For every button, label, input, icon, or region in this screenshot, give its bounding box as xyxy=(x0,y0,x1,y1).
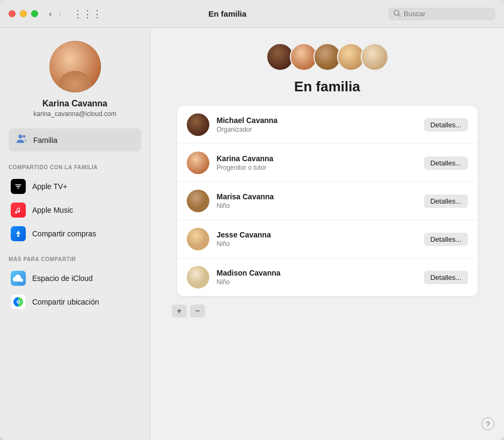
member-row-karina: Karina Cavanna Progenitor o tutor Detall… xyxy=(177,144,478,182)
member-avatar-3 xyxy=(187,190,209,212)
search-bar[interactable] xyxy=(388,8,495,20)
sidebar: Karina Cavanna karina_cavanna@icloud.com… xyxy=(0,28,150,440)
appstore-label: Compartir compras xyxy=(32,229,96,238)
maximize-button[interactable] xyxy=(31,10,38,17)
icloud-icon xyxy=(11,271,26,286)
member-role-5: Niño xyxy=(217,278,424,286)
main-window: ‹ › ⋮⋮⋮ En familia Karina Cavanna karina… xyxy=(0,0,504,440)
member-avatar-2 xyxy=(187,152,209,174)
applemusic-label: Apple Music xyxy=(32,206,73,214)
sidebar-item-appstore[interactable]: Compartir compras xyxy=(9,222,141,246)
member-info-5: Madison Cavanna Niño xyxy=(217,269,424,286)
member-row-marisa: Marisa Cavanna Niño Detalles... xyxy=(177,182,478,220)
user-name: Karina Cavanna xyxy=(42,99,107,109)
applemusic-icon xyxy=(11,203,26,218)
appletv-label: Apple TV+ xyxy=(32,182,68,191)
member-row-madison: Madison Cavanna Niño Detalles... xyxy=(177,258,478,296)
main-panel: En familia Michael Cavanna Organizador D… xyxy=(150,28,504,440)
member-role-1: Organizador xyxy=(217,126,424,133)
sidebar-item-appletv[interactable]: Apple TV+ xyxy=(9,175,141,198)
svg-point-4 xyxy=(17,235,19,237)
member-name-1: Michael Cavanna xyxy=(217,116,424,125)
details-button-4[interactable]: Detalles... xyxy=(424,233,468,246)
member-info-4: Jesse Cavanna Niño xyxy=(217,230,424,248)
more-items: Espacio de iCloud Compartir ubicación xyxy=(9,266,141,314)
member-name-3: Marisa Cavanna xyxy=(217,192,424,201)
family-avatars xyxy=(266,43,389,71)
user-email: karina_cavanna@icloud.com xyxy=(33,110,116,118)
member-role-2: Progenitor o tutor xyxy=(217,164,424,171)
member-role-4: Niño xyxy=(217,240,424,248)
members-list: Michael Cavanna Organizador Detalles... … xyxy=(177,106,478,296)
avatar xyxy=(49,41,101,92)
icloud-label: Espacio de iCloud xyxy=(32,274,93,283)
details-button-3[interactable]: Detalles... xyxy=(424,194,468,208)
traffic-lights xyxy=(9,10,38,17)
help-button[interactable]: ? xyxy=(481,417,494,430)
add-member-button[interactable]: + xyxy=(172,305,187,318)
member-name-5: Madison Cavanna xyxy=(217,269,424,277)
member-row-jesse: Jesse Cavanna Niño Detalles... xyxy=(177,220,478,258)
svg-line-1 xyxy=(398,15,400,17)
section-shared-label: COMPARTIDO CON LA FAMILIA xyxy=(9,164,141,170)
sidebar-item-applemusic[interactable]: Apple Music xyxy=(9,198,141,222)
appstore-icon xyxy=(11,226,26,241)
familia-icon xyxy=(16,133,28,147)
member-avatar-5 xyxy=(187,266,209,288)
member-avatar-4 xyxy=(187,228,209,250)
forward-button[interactable]: › xyxy=(56,8,64,19)
familia-button[interactable]: Familia xyxy=(9,128,141,152)
member-info-2: Karina Cavanna Progenitor o tutor xyxy=(217,154,424,171)
minimize-button[interactable] xyxy=(20,10,27,17)
bottom-controls: + − xyxy=(172,305,472,318)
findmy-label: Compartir ubicación xyxy=(32,298,99,306)
sidebar-item-findmy[interactable]: Compartir ubicación xyxy=(9,290,141,314)
shared-items: Apple TV+ Apple Music xyxy=(9,175,141,246)
search-icon xyxy=(393,10,400,18)
svg-point-3 xyxy=(23,135,26,138)
member-info-3: Marisa Cavanna Niño xyxy=(217,192,424,210)
member-avatar-1 xyxy=(187,113,209,136)
titlebar: ‹ › ⋮⋮⋮ En familia xyxy=(0,0,504,28)
svg-point-7 xyxy=(18,301,19,303)
familia-label: Familia xyxy=(33,136,57,145)
svg-point-2 xyxy=(19,135,23,139)
search-input[interactable] xyxy=(404,10,490,18)
findmy-icon xyxy=(11,294,26,309)
sidebar-item-icloud[interactable]: Espacio de iCloud xyxy=(9,266,141,290)
details-button-2[interactable]: Detalles... xyxy=(424,156,468,170)
details-button-5[interactable]: Detalles... xyxy=(424,271,468,284)
appletv-icon xyxy=(11,179,26,194)
member-row-michael: Michael Cavanna Organizador Detalles... xyxy=(177,106,478,144)
nav-buttons: ‹ › xyxy=(47,8,63,19)
family-avatar-5 xyxy=(361,43,389,71)
section-more-label: MÁS PARA COMPARTIR xyxy=(9,256,141,262)
window-title: En familia xyxy=(67,9,388,18)
content-area: Karina Cavanna karina_cavanna@icloud.com… xyxy=(0,28,504,440)
close-button[interactable] xyxy=(9,10,16,17)
member-name-4: Jesse Cavanna xyxy=(217,230,424,239)
member-role-3: Niño xyxy=(217,202,424,210)
panel-title: En familia xyxy=(294,78,360,95)
member-name-2: Karina Cavanna xyxy=(217,154,424,163)
back-button[interactable]: ‹ xyxy=(47,8,54,19)
remove-member-button[interactable]: − xyxy=(190,305,205,318)
details-button-1[interactable]: Detalles... xyxy=(424,118,468,132)
member-info-1: Michael Cavanna Organizador xyxy=(217,116,424,133)
